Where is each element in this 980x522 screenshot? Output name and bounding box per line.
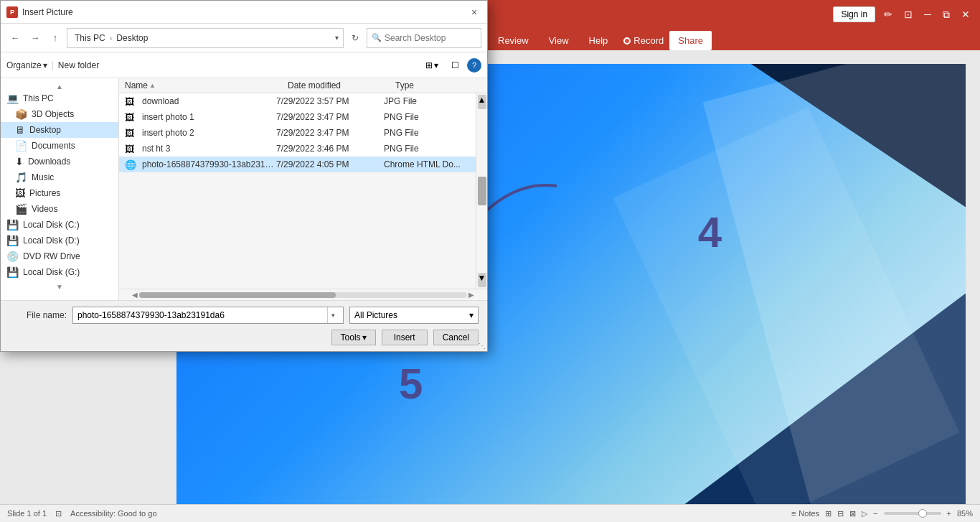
forward-button[interactable]: → bbox=[27, 29, 44, 47]
file-date-insert-photo-2: 7/29/2022 3:47 PM bbox=[276, 128, 384, 138]
insert-button[interactable]: Insert bbox=[382, 330, 428, 345]
file-type-download: JPG File bbox=[384, 96, 470, 106]
view-reading-icon[interactable]: ⊠ bbox=[849, 509, 856, 518]
file-row-photo[interactable]: 🌐 photo-1658874379930-13ab23191da6 7/29/… bbox=[119, 157, 476, 172]
record-button[interactable]: Record bbox=[618, 31, 669, 50]
sidebar-item-pictures[interactable]: 🖼 Pictures bbox=[1, 185, 118, 201]
filename-dropdown-button[interactable]: ▾ bbox=[327, 307, 339, 323]
file-name-nst-ht-3: nst ht 3 bbox=[142, 144, 276, 154]
file-type-nst-ht-3: PNG File bbox=[384, 144, 470, 154]
refresh-button[interactable]: ↻ bbox=[347, 29, 364, 47]
vertical-scrollbar[interactable]: ▲ ▼ bbox=[476, 93, 487, 289]
file-date-insert-photo-1: 7/29/2022 3:47 PM bbox=[276, 112, 384, 122]
sidebar-scroll-up[interactable]: ▲ bbox=[1, 83, 118, 90]
file-list-header: Name ▲ Date modified Type bbox=[119, 78, 487, 93]
zoom-level[interactable]: 85% bbox=[957, 509, 973, 518]
new-folder-button[interactable]: New folder bbox=[58, 60, 99, 70]
sidebar-scroll-down[interactable]: ▼ bbox=[1, 283, 118, 291]
sidebar-item-local-disk-d[interactable]: 💾 Local Disk (D:) bbox=[1, 233, 118, 248]
view-slide-sorter-icon[interactable]: ⊟ bbox=[837, 509, 844, 518]
sidebar-label-music: Music bbox=[32, 172, 54, 182]
col-name[interactable]: Name ▲ bbox=[125, 80, 288, 90]
view-options-button[interactable]: ⊞ ▾ bbox=[420, 58, 443, 73]
restore-window-button[interactable]: ⧉ bbox=[943, 9, 950, 21]
col-type[interactable]: Type bbox=[395, 80, 481, 90]
file-name-photo: photo-1658874379930-13ab23191da6 bbox=[142, 159, 276, 169]
record-label: Record bbox=[633, 35, 664, 46]
view-icon: ⊞ bbox=[425, 60, 433, 70]
file-name-insert-photo-1: insert photo 1 bbox=[142, 112, 276, 122]
horizontal-scrollbar[interactable]: ◀ ▶ bbox=[119, 289, 487, 300]
notes-button[interactable]: ≡ Notes bbox=[791, 509, 819, 518]
file-list: 🖼 download 7/29/2022 3:57 PM JPG File 🖼 … bbox=[119, 93, 476, 172]
filename-label: File name: bbox=[9, 310, 67, 320]
sidebar-item-3d-objects[interactable]: 📦 3D Objects bbox=[1, 106, 118, 122]
file-date-photo: 7/29/2022 4:05 PM bbox=[276, 159, 384, 169]
nav-desktop[interactable]: Desktop bbox=[113, 32, 151, 45]
sidebar-label-this-pc: This PC bbox=[23, 93, 54, 103]
pen-icon-button[interactable]: ✏ bbox=[881, 6, 895, 23]
tab-view[interactable]: View bbox=[539, 31, 579, 50]
desktop-icon: 🖥 bbox=[15, 124, 25, 136]
organize-button[interactable]: Organize ▾ bbox=[6, 60, 47, 70]
nav-this-pc[interactable]: This PC bbox=[72, 32, 108, 45]
resize-handle[interactable]: ⋱ bbox=[479, 342, 486, 350]
zoom-slider[interactable] bbox=[884, 512, 941, 515]
sidebar-label-desktop: Desktop bbox=[29, 125, 61, 135]
file-row-nst-ht-3[interactable]: 🖼 nst ht 3 7/29/2022 3:46 PM PNG File bbox=[119, 141, 476, 157]
zoom-in-icon[interactable]: + bbox=[947, 509, 951, 518]
h-scroll-track[interactable] bbox=[139, 292, 467, 298]
file-icon-photo: 🌐 bbox=[125, 159, 139, 170]
nav-bar: ← → ↑ This PC › Desktop ▾ ↻ 🔍 bbox=[1, 24, 487, 52]
search-icon: 🔍 bbox=[372, 33, 382, 42]
dialog-titlebar: P Insert Picture × bbox=[1, 1, 487, 24]
notes-icon: ≡ bbox=[791, 509, 796, 518]
file-row-download[interactable]: 🖼 download 7/29/2022 3:57 PM JPG File bbox=[119, 93, 476, 109]
close-window-button[interactable]: ✕ bbox=[961, 9, 970, 20]
sidebar-item-downloads[interactable]: ⬇ Downloads bbox=[1, 154, 118, 169]
up-button[interactable]: ↑ bbox=[47, 29, 64, 47]
view-normal-icon[interactable]: ⊞ bbox=[825, 509, 831, 518]
view-slideshow-icon[interactable]: ▷ bbox=[862, 509, 867, 518]
view-icon: ⊡ bbox=[55, 509, 62, 518]
tab-help[interactable]: Help bbox=[579, 31, 618, 50]
filetype-select[interactable]: All Pictures ▾ bbox=[349, 307, 479, 324]
notes-label: Notes bbox=[798, 509, 819, 518]
cancel-button[interactable]: Cancel bbox=[433, 330, 479, 345]
h-scroll-left[interactable]: ◀ bbox=[131, 291, 139, 299]
zoom-out-icon[interactable]: − bbox=[873, 509, 877, 518]
slide-info: Slide 1 of 1 bbox=[7, 509, 47, 518]
tools-button[interactable]: Tools ▾ bbox=[331, 330, 376, 345]
scroll-thumb[interactable] bbox=[478, 177, 486, 205]
sign-in-button[interactable]: Sign in bbox=[833, 6, 875, 22]
sidebar-item-this-pc[interactable]: 💻 This PC bbox=[1, 90, 118, 106]
back-button[interactable]: ← bbox=[6, 29, 24, 47]
file-row-insert-photo-1[interactable]: 🖼 insert photo 1 7/29/2022 3:47 PM PNG F… bbox=[119, 109, 476, 125]
col-date[interactable]: Date modified bbox=[288, 80, 395, 90]
scroll-thumb-up[interactable]: ▲ bbox=[478, 95, 486, 109]
nav-path-dropdown[interactable]: ▾ bbox=[335, 34, 339, 42]
dialog-close-button[interactable]: × bbox=[467, 5, 481, 19]
preview-pane-button[interactable]: ☐ bbox=[446, 58, 464, 73]
search-input[interactable] bbox=[385, 33, 471, 43]
minimize-window-button[interactable]: ─ bbox=[924, 9, 931, 20]
filename-input[interactable]: photo-1658874379930-13ab23191da6 ▾ bbox=[72, 307, 344, 324]
maximize-icon-button[interactable]: ⊡ bbox=[901, 6, 915, 23]
scroll-thumb-down[interactable]: ▼ bbox=[478, 273, 486, 287]
tab-review[interactable]: Review bbox=[488, 31, 539, 50]
sidebar-item-local-disk-c[interactable]: 💾 Local Disk (C:) bbox=[1, 217, 118, 233]
help-button[interactable]: ? bbox=[467, 58, 481, 73]
sidebar-label-videos: Videos bbox=[32, 204, 57, 214]
share-button[interactable]: Share bbox=[669, 31, 712, 50]
sidebar-item-local-disk-g[interactable]: 💾 Local Disk (G:) bbox=[1, 264, 118, 280]
music-icon: 🎵 bbox=[15, 172, 27, 183]
sidebar-item-desktop[interactable]: 🖥 Desktop bbox=[1, 122, 118, 138]
sidebar-item-dvd-rw[interactable]: 💿 DVD RW Drive bbox=[1, 248, 118, 264]
sidebar-item-videos[interactable]: 🎬 Videos bbox=[1, 201, 118, 217]
file-type-photo: Chrome HTML Do... bbox=[384, 159, 470, 169]
h-scroll-right[interactable]: ▶ bbox=[467, 291, 476, 299]
sidebar-item-music[interactable]: 🎵 Music bbox=[1, 169, 118, 185]
sidebar-item-documents[interactable]: 📄 Documents bbox=[1, 138, 118, 154]
nav-path[interactable]: This PC › Desktop ▾ bbox=[67, 28, 344, 48]
file-row-insert-photo-2[interactable]: 🖼 insert photo 2 7/29/2022 3:47 PM PNG F… bbox=[119, 125, 476, 141]
